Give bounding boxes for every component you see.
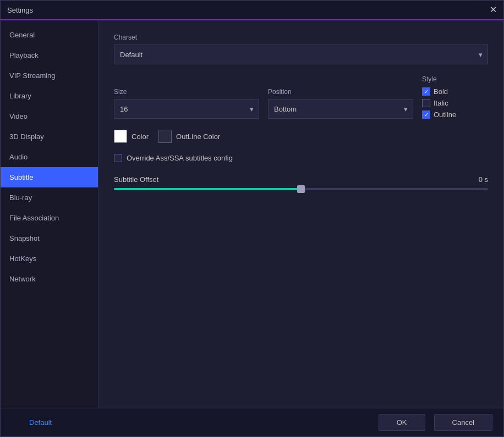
size-label: Size: [114, 88, 259, 96]
size-column: Size 12 14 16 18 20 24: [114, 88, 259, 119]
settings-dialog: Settings ✕ General Playback VIP Streamin…: [0, 0, 504, 437]
ok-button[interactable]: OK: [379, 414, 425, 431]
charset-select[interactable]: Default UTF-8 ISO-8859-1 GBK: [114, 45, 488, 64]
cancel-button[interactable]: Cancel: [434, 414, 492, 431]
main-panel: Charset Default UTF-8 ISO-8859-1 GBK Siz…: [98, 20, 503, 408]
sidebar-item-audio[interactable]: Audio: [1, 147, 98, 167]
charset-section: Charset Default UTF-8 ISO-8859-1 GBK: [114, 34, 488, 64]
offset-slider-track[interactable]: [114, 188, 488, 190]
sidebar-item-video[interactable]: Video: [1, 106, 98, 126]
position-wrapper: Top Bottom Center: [268, 99, 413, 119]
outline-color-label: OutLine Color: [176, 132, 220, 141]
outline-checkbox[interactable]: [422, 110, 430, 119]
sidebar-item-subtitle[interactable]: Subtitle: [1, 167, 98, 187]
override-label: Override Ass/SSA subtitles config: [127, 154, 233, 162]
footer: Default OK Cancel: [1, 408, 503, 436]
close-button[interactable]: ✕: [490, 5, 497, 14]
sidebar-item-playback[interactable]: Playback: [1, 45, 98, 65]
color-row: Color OutLine Color: [114, 130, 488, 143]
sidebar-item-3d-display[interactable]: 3D Display: [1, 126, 98, 147]
footer-right-buttons: OK Cancel: [379, 414, 492, 431]
sidebar-item-file-association[interactable]: File Association: [1, 208, 98, 228]
position-label: Position: [268, 88, 413, 96]
offset-slider-thumb[interactable]: [297, 185, 305, 193]
italic-row: Italic: [422, 99, 488, 107]
sidebar-item-general[interactable]: General: [1, 25, 98, 45]
offset-slider-fill: [114, 188, 301, 190]
sidebar-item-library[interactable]: Library: [1, 86, 98, 106]
default-button[interactable]: Default: [12, 414, 69, 430]
position-column: Position Top Bottom Center: [268, 88, 413, 119]
sidebar-item-blu-ray[interactable]: Blu-ray: [1, 187, 98, 208]
sidebar-item-network[interactable]: Network: [1, 269, 98, 289]
bold-row: Bold: [422, 87, 488, 96]
outline-color-swatch: [158, 130, 172, 143]
override-checkbox[interactable]: [114, 154, 122, 162]
italic-checkbox[interactable]: [422, 99, 430, 107]
charset-wrapper: Default UTF-8 ISO-8859-1 GBK: [114, 45, 488, 64]
sidebar-item-hotkeys[interactable]: HotKeys: [1, 248, 98, 269]
color-swatch: [114, 130, 127, 143]
sidebar-item-vip-streaming[interactable]: VIP Streaming: [1, 65, 98, 86]
sidebar-item-snapshot[interactable]: Snapshot: [1, 228, 98, 248]
outline-label: Outline: [434, 110, 456, 119]
position-select[interactable]: Top Bottom Center: [268, 99, 413, 119]
content-area: General Playback VIP Streaming Library V…: [1, 20, 503, 408]
sidebar: General Playback VIP Streaming Library V…: [1, 20, 98, 408]
outline-row: Outline: [422, 110, 488, 119]
italic-label: Italic: [434, 99, 448, 107]
bold-label: Bold: [434, 87, 448, 96]
charset-label: Charset: [114, 34, 488, 41]
color-label: Color: [132, 132, 149, 141]
dialog-title: Settings: [7, 6, 33, 14]
size-wrapper: 12 14 16 18 20 24: [114, 99, 259, 119]
size-position-style-row: Size 12 14 16 18 20 24 Position: [114, 75, 488, 119]
bold-checkbox[interactable]: [422, 87, 430, 96]
offset-section: Subtitle Offset 0 s: [114, 175, 488, 190]
style-column: Style Bold Italic Outline: [422, 75, 488, 119]
offset-value: 0 s: [479, 175, 488, 184]
offset-header: Subtitle Offset 0 s: [114, 175, 488, 184]
offset-label: Subtitle Offset: [114, 175, 158, 184]
style-section: Bold Italic Outline: [422, 85, 488, 119]
size-select[interactable]: 12 14 16 18 20 24: [114, 99, 259, 119]
title-bar: Settings ✕: [1, 1, 503, 20]
outline-color-group[interactable]: OutLine Color: [158, 130, 220, 143]
style-label: Style: [422, 75, 488, 83]
color-group[interactable]: Color: [114, 130, 149, 143]
override-row: Override Ass/SSA subtitles config: [114, 154, 488, 162]
